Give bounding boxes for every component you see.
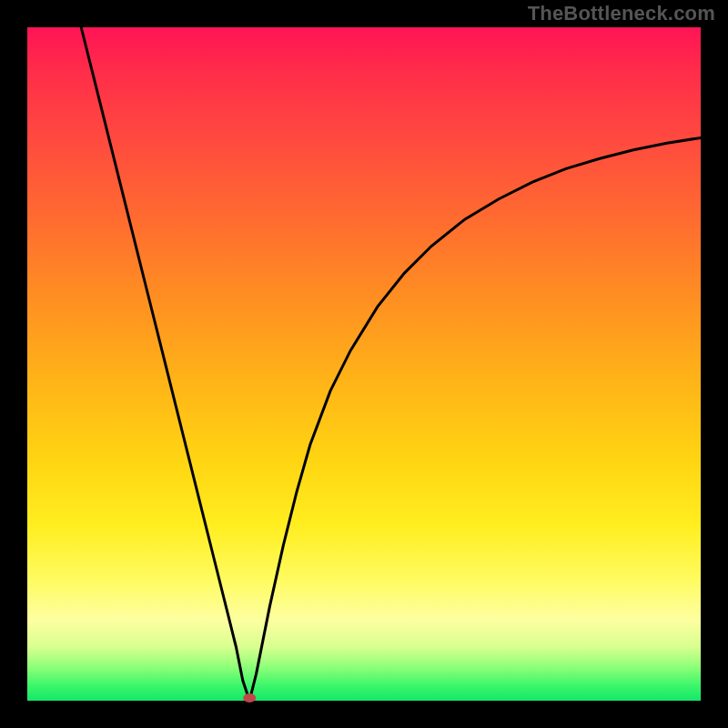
chart-frame: TheBottleneck.com (0, 0, 728, 728)
plot-area (27, 27, 701, 701)
minimum-marker (243, 693, 256, 703)
curve-left-branch (81, 27, 249, 701)
bottleneck-curve (27, 27, 701, 701)
watermark-text: TheBottleneck.com (528, 2, 715, 25)
curve-right-branch (249, 137, 701, 701)
